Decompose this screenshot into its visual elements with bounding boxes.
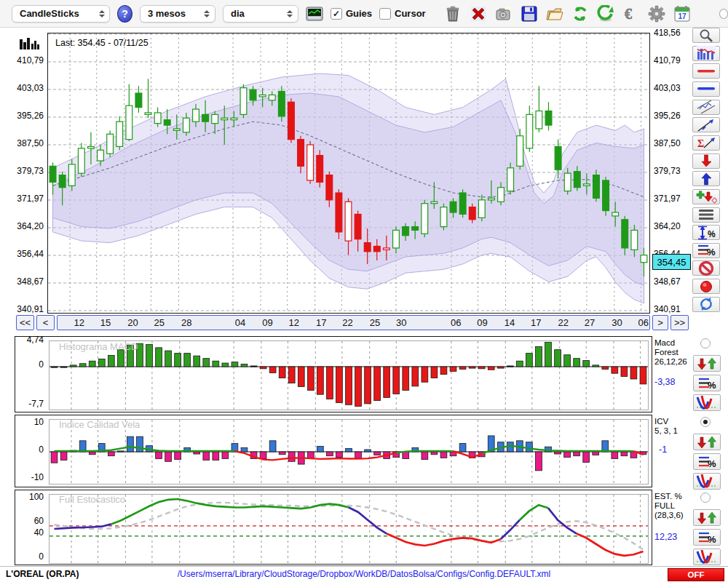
blue-line-tool-button[interactable] — [692, 81, 720, 97]
help-icon[interactable]: ? — [117, 5, 132, 23]
macd-updown-arrows-button[interactable] — [693, 355, 721, 372]
gear-button[interactable] — [647, 4, 666, 23]
exchange-button[interactable] — [596, 4, 615, 23]
stoch-params-label: EST. %FULL(28,3,6) — [654, 492, 684, 520]
svg-text:%: % — [708, 534, 716, 545]
bars-icon — [20, 37, 41, 52]
sigma-trendline-tool-button[interactable]: Σ — [692, 135, 720, 151]
arrow-down-red-tool-button[interactable] — [692, 154, 720, 169]
macd-title: Histograma MACD — [59, 341, 138, 352]
forbid-tool-button[interactable] — [692, 260, 720, 276]
open-folder-button[interactable] — [545, 4, 564, 23]
zoom-tool-button[interactable] — [692, 28, 720, 43]
calendar-icon: 17 — [674, 5, 690, 23]
date-label: 22 — [558, 317, 568, 328]
period-select[interactable]: 3 mesos — [140, 5, 215, 23]
date-label: 25 — [154, 317, 164, 328]
icv-curves-button[interactable] — [693, 473, 721, 490]
arrow-up-blue-tool-button[interactable] — [692, 171, 720, 186]
macd-levels-percent-button[interactable]: % — [693, 375, 721, 391]
icv-axis-label: 10 — [17, 417, 44, 427]
stoch-axis-label: 100 — [17, 492, 44, 502]
svg-text:%: % — [708, 458, 716, 469]
date-label: 04 — [235, 317, 245, 328]
cursor-checkbox[interactable]: Cursor — [379, 8, 426, 20]
red-line-tool-button[interactable] — [692, 63, 720, 79]
rows-icon — [697, 208, 715, 221]
icv-updown-arrows-button[interactable] — [693, 434, 721, 450]
add-signal-tool-button[interactable] — [692, 189, 720, 204]
chart-window-icon[interactable] — [306, 4, 323, 23]
arrow-down-red-icon — [700, 154, 713, 168]
macd-panel-radio[interactable] — [700, 338, 711, 348]
icv-value: -1 — [659, 445, 667, 455]
icv-panel: Indice Calidad Vela — [15, 415, 652, 487]
icv-panel-radio[interactable] — [700, 417, 711, 427]
config-path-label: /Users/mserra/Library/CloudStorage/Dropb… — [0, 569, 728, 579]
euro-button[interactable]: € — [622, 4, 641, 23]
rows-tool-button[interactable] — [692, 207, 720, 223]
guies-label: Guies — [346, 8, 372, 19]
svg-text:%: % — [708, 380, 716, 391]
main-chart-radio[interactable] — [719, 9, 728, 19]
stoch-updown-arrows-button[interactable] — [693, 509, 721, 526]
stoch-fast-line — [55, 499, 644, 556]
scroll-fast-fwd-button[interactable]: >> — [670, 315, 689, 330]
date-label: 12 — [288, 317, 298, 328]
chart-type-select[interactable]: CandleSticks — [12, 5, 110, 23]
stoch-curves-button[interactable] — [693, 549, 721, 565]
svg-text:Σ: Σ — [697, 138, 704, 149]
macd-panel: Histograma MACD — [15, 336, 652, 412]
price-label: 387,50 — [13, 138, 44, 148]
date-label: 09 — [477, 317, 487, 328]
macd-axis-label: 4,74 — [17, 335, 44, 345]
stoch-levels-percent-button[interactable]: % — [693, 529, 721, 546]
gear-icon — [648, 5, 665, 23]
icv-params-label: ICV5, 3, 1 — [654, 417, 678, 436]
add-signal-icon — [695, 189, 717, 204]
scroll-back-button[interactable]: < — [36, 315, 55, 330]
guies-checkbox[interactable]: ✓ Guies — [331, 8, 372, 20]
scroll-fwd-button[interactable]: > — [652, 315, 668, 330]
scroll-fast-back-button[interactable]: << — [16, 315, 34, 330]
panel-chart-tool-button[interactable] — [692, 46, 720, 61]
macd-curves-button[interactable] — [693, 394, 721, 411]
levels-percent-tool-button[interactable]: % — [692, 243, 720, 258]
vertical-percent-tool-button[interactable]: % — [692, 225, 720, 240]
price-label: 348,67 — [654, 276, 681, 287]
sync-tool-button[interactable] — [692, 297, 720, 312]
calendar-button[interactable]: 17 — [673, 4, 692, 23]
last-price-label: Last: 354.45 - 07/11/25 — [55, 38, 149, 48]
price-label: 379,73 — [13, 166, 44, 176]
date-label: 14 — [505, 317, 515, 328]
trendline-tool-button[interactable] — [692, 117, 720, 132]
macd-value: -3,38 — [654, 377, 676, 387]
interval-select[interactable]: dia — [223, 5, 298, 23]
stoch-axis-label: 40 — [17, 527, 44, 538]
updown-arrows-icon — [697, 356, 717, 371]
price-label: 403,03 — [654, 83, 681, 93]
levels-percent-icon: % — [697, 530, 716, 546]
date-axis[interactable]: 1215202528040912172225300609141722273006 — [57, 315, 650, 330]
date-label: 12 — [74, 317, 84, 328]
stoch-panel-radio[interactable] — [700, 493, 711, 503]
camera-button[interactable] — [494, 4, 513, 23]
date-label: 06 — [638, 317, 648, 328]
trash-button[interactable] — [443, 4, 462, 23]
icv-levels-percent-button[interactable]: % — [693, 453, 721, 470]
record-tool-button[interactable] — [692, 279, 720, 294]
channel-tool-button[interactable] — [692, 100, 720, 115]
main-chart-frame[interactable] — [47, 33, 650, 314]
delete-x-icon — [470, 5, 487, 23]
refresh-button[interactable] — [571, 4, 590, 23]
price-label: 387,50 — [654, 138, 681, 148]
delete-x-button[interactable] — [469, 4, 488, 23]
date-label: 30 — [396, 317, 406, 328]
stoch-axis-label: 0 — [17, 551, 44, 562]
off-button[interactable]: OFF — [668, 568, 724, 581]
sigma-trendline-icon: Σ — [697, 135, 716, 150]
save-button[interactable] — [520, 4, 539, 23]
zoom-icon — [698, 28, 714, 43]
date-label: 17 — [316, 317, 326, 328]
price-label: 356,44 — [13, 249, 44, 259]
